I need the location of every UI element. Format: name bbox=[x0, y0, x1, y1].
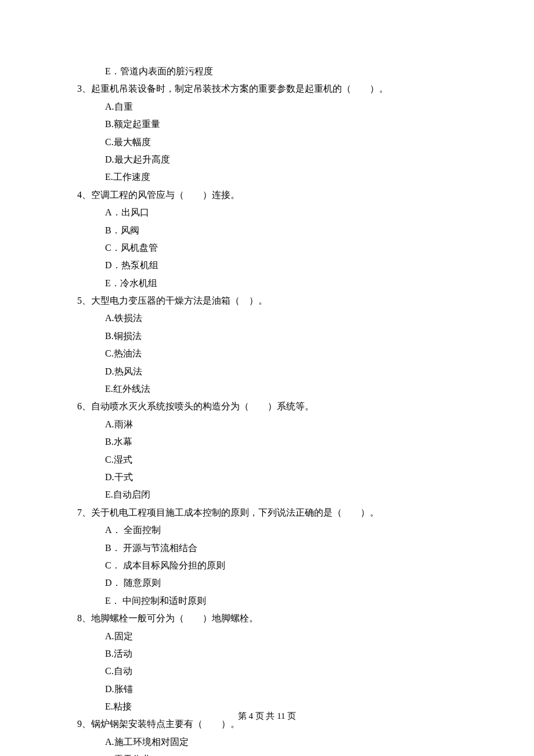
q6-option-c: C.湿式 bbox=[77, 451, 476, 469]
q4-option-b: B．风阀 bbox=[77, 222, 476, 239]
q3-option-e: E.工作速度 bbox=[77, 168, 476, 186]
q5-option-e: E.红外线法 bbox=[77, 380, 476, 398]
q4-stem: 4、空调工程的风管应与（ ）连接。 bbox=[77, 186, 476, 204]
q7-option-d: D． 随意原则 bbox=[77, 574, 476, 592]
q6-option-e: E.自动启闭 bbox=[77, 486, 476, 503]
q9-option-b: B.露天作业 bbox=[77, 751, 476, 756]
q3-option-d: D.最大起升高度 bbox=[77, 151, 476, 168]
q5-stem: 5、大型电力变压器的干燥方法是油箱（ ）。 bbox=[77, 292, 476, 309]
q9-option-a: A.施工环境相对固定 bbox=[77, 733, 476, 751]
q6-option-a: A.雨淋 bbox=[77, 416, 476, 433]
q5-option-a: A.铁损法 bbox=[77, 309, 476, 327]
q7-option-b: B． 开源与节流相结合 bbox=[77, 539, 476, 557]
q6-option-b: B.水幕 bbox=[77, 433, 476, 451]
q8-stem: 8、地脚螺栓一般可分为（ ）地脚螺栓。 bbox=[77, 610, 476, 627]
q4-option-c: C．风机盘管 bbox=[77, 239, 476, 257]
q7-option-e: E． 中间控制和适时原则 bbox=[77, 592, 476, 610]
q6-stem: 6、自动喷水灭火系统按喷头的构造分为（ ）系统等。 bbox=[77, 398, 476, 415]
q7-option-c: C． 成本目标风险分担的原则 bbox=[77, 557, 476, 574]
q4-option-d: D．热泵机组 bbox=[77, 257, 476, 274]
q6-option-d: D.干式 bbox=[77, 469, 476, 486]
q5-option-d: D.热风法 bbox=[77, 363, 476, 380]
q5-option-b: B.铜损法 bbox=[77, 327, 476, 345]
q7-stem: 7、关于机电工程项目施工成本控制的原则，下列说法正确的是（ ）。 bbox=[77, 504, 476, 521]
q8-option-d: D.胀锚 bbox=[77, 681, 476, 698]
page-footer: 第 4 页 共 11 页 bbox=[0, 708, 534, 725]
q4-option-a: A．出风口 bbox=[77, 204, 476, 221]
q8-option-b: B.活动 bbox=[77, 645, 476, 663]
q2-option-e: E．管道内表面的脏污程度 bbox=[77, 63, 476, 80]
q3-stem: 3、起重机吊装设备时，制定吊装技术方案的重要参数是起重机的（ ）。 bbox=[77, 80, 476, 98]
q3-option-b: B.额定起重量 bbox=[77, 116, 476, 133]
q5-option-c: C.热油法 bbox=[77, 345, 476, 362]
q8-option-c: C.自动 bbox=[77, 663, 476, 680]
q7-option-a: A． 全面控制 bbox=[77, 521, 476, 539]
q3-option-c: C.最大幅度 bbox=[77, 134, 476, 151]
q3-option-a: A.自重 bbox=[77, 98, 476, 116]
q4-option-e: E．冷水机组 bbox=[77, 275, 476, 292]
q8-option-a: A.固定 bbox=[77, 628, 476, 645]
document-content: E．管道内表面的脏污程度 3、起重机吊装设备时，制定吊装技术方案的重要参数是起重… bbox=[0, 63, 534, 756]
